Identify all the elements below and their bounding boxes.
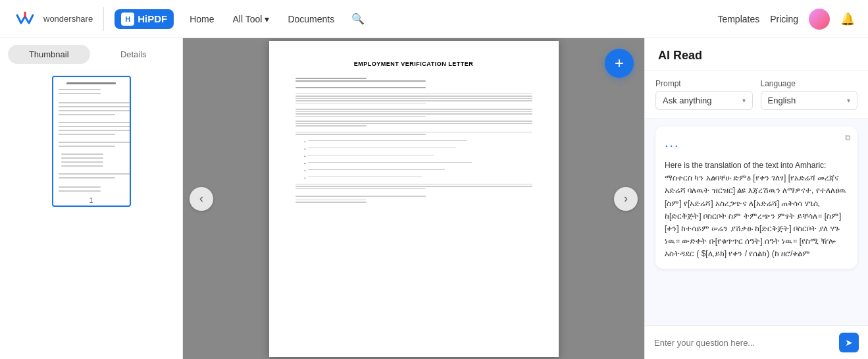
chevron-down-icon: ▾ xyxy=(265,14,269,24)
copy-icon[interactable]: ⧉ xyxy=(845,132,851,144)
prompt-label: Prompt xyxy=(655,79,753,88)
search-icon[interactable]: 🔍 xyxy=(345,9,371,29)
prompt-value: Ask anything xyxy=(663,96,711,105)
ai-panel: AI Read Prompt Ask anything ▾ Language E… xyxy=(644,38,868,359)
send-icon: ➤ xyxy=(845,337,853,348)
main-content: Thumbnail Details xyxy=(0,38,868,359)
sidebar: Thumbnail Details xyxy=(0,38,183,359)
language-label: Language xyxy=(761,79,858,88)
chevron-down-icon: ▾ xyxy=(742,97,746,104)
prompt-select[interactable]: Ask anything ▾ xyxy=(655,91,753,110)
document-page: EMPLOYMENT VERIFICATION LETTER xyxy=(269,41,559,357)
page-thumbnail-1[interactable]: 1 xyxy=(52,76,131,207)
main-nav: Home All Tool ▾ Documents 🔍 xyxy=(182,9,712,29)
logo-area: wondershare xyxy=(13,7,104,31)
page-thumb-content xyxy=(53,77,130,195)
hipdf-badge[interactable]: H HiPDF xyxy=(115,9,174,29)
thumb-title xyxy=(66,82,116,84)
language-select[interactable]: English ▾ xyxy=(761,91,858,110)
nav-all-tool[interactable]: All Tool ▾ xyxy=(225,10,278,28)
nav-templates[interactable]: Templates xyxy=(717,14,759,24)
wondershare-logo-icon xyxy=(13,7,37,31)
ai-chat-area: ··· ⧉ Here is the translation of the tex… xyxy=(645,119,868,325)
tab-details[interactable]: Details xyxy=(93,45,175,64)
nav-home[interactable]: Home xyxy=(182,10,222,28)
language-value: English xyxy=(768,96,796,105)
ai-send-button[interactable]: ➤ xyxy=(839,333,859,352)
prompt-control: Prompt Ask anything ▾ xyxy=(655,79,753,110)
hipdf-label: HiPDF xyxy=(138,13,167,24)
document-viewer: ‹ EMPLOYMENT VERIFICATION LETTER xyxy=(183,38,644,359)
svg-rect-0 xyxy=(13,7,37,31)
avatar[interactable] xyxy=(809,9,830,30)
chat-bubble: ··· ⧉ Here is the translation of the tex… xyxy=(655,126,857,269)
wondershare-text: wondershare xyxy=(43,14,93,24)
ai-panel-title: AI Read xyxy=(645,38,868,71)
chat-content: Here is the translation of the text into… xyxy=(665,161,846,258)
add-fab-button[interactable]: + xyxy=(605,49,634,78)
hipdf-badge-icon: H xyxy=(121,13,134,26)
nav-right: Templates Pricing 🔔 xyxy=(717,9,855,30)
sidebar-pages: 1 xyxy=(0,70,182,359)
next-page-button[interactable]: › xyxy=(614,187,638,211)
nav-documents[interactable]: Documents xyxy=(280,10,342,28)
ai-controls: Prompt Ask anything ▾ Language English ▾ xyxy=(645,71,868,119)
tab-thumbnail[interactable]: Thumbnail xyxy=(8,45,90,64)
bell-icon[interactable]: 🔔 xyxy=(840,12,855,26)
ai-input[interactable] xyxy=(654,338,834,348)
ai-input-area: ➤ xyxy=(645,325,868,359)
nav-pricing[interactable]: Pricing xyxy=(770,14,798,24)
page-number: 1 xyxy=(53,195,130,206)
header: wondershare H HiPDF Home All Tool ▾ Docu… xyxy=(0,0,868,38)
doc-title: EMPLOYMENT VERIFICATION LETTER xyxy=(295,61,532,67)
prev-page-button[interactable]: ‹ xyxy=(190,187,213,211)
chat-dots: ··· xyxy=(665,134,848,155)
sidebar-tabs: Thumbnail Details xyxy=(0,38,182,70)
chevron-down-icon: ▾ xyxy=(847,97,850,104)
language-control: Language English ▾ xyxy=(761,79,858,110)
